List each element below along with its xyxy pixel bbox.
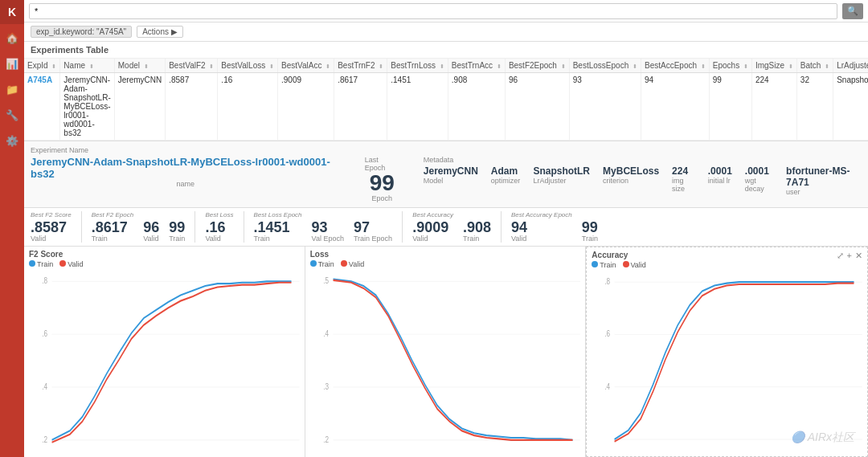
col-model[interactable]: Model ⬍ bbox=[114, 59, 165, 73]
col-bestlossepoch[interactable]: BestLossEpoch ⬍ bbox=[569, 59, 641, 73]
loss-epoch-97: 97 bbox=[354, 220, 392, 235]
col-besttrnf2[interactable]: BestTrnF2 ⬍ bbox=[334, 59, 387, 73]
chart-controls: ⤢ + ✕ bbox=[837, 251, 862, 261]
col-batch[interactable]: Batch ⬍ bbox=[796, 59, 833, 73]
acc-epoch-blank bbox=[582, 211, 598, 218]
f2-epoch-train-sub: Train bbox=[92, 235, 133, 243]
col-bestvalf2[interactable]: BestValF2 ⬍ bbox=[166, 59, 218, 73]
pin-icon[interactable]: + bbox=[847, 251, 852, 261]
svg-text:.6: .6 bbox=[605, 328, 611, 339]
meta-label: optimizer bbox=[491, 177, 521, 185]
sidebar-icon-settings[interactable]: ⚙️ bbox=[0, 129, 24, 153]
col-epochs[interactable]: Epochs ⬍ bbox=[709, 59, 751, 73]
metric-group-acc-epoch: Best Accuracy Epoch 94 Valid 99 Train bbox=[511, 211, 608, 243]
col-name[interactable]: Name ⬍ bbox=[60, 59, 114, 73]
table-cell: .908 bbox=[448, 73, 505, 141]
experiments-table-body: A745AJeremyCNN-Adam-SnapshotLR-MyBCELoss… bbox=[24, 73, 868, 141]
close-icon[interactable]: ✕ bbox=[855, 251, 862, 261]
loss-epoch-97-sub: Train Epoch bbox=[354, 235, 392, 243]
acc-valid-sub: Valid bbox=[412, 235, 453, 243]
col-besttrnloss[interactable]: BestTrnLoss ⬍ bbox=[387, 59, 448, 73]
col-imgsize[interactable]: ImgSize ⬍ bbox=[751, 59, 796, 73]
svg-text:.2: .2 bbox=[323, 434, 329, 444]
svg-text:.2: .2 bbox=[42, 434, 47, 444]
f2-epoch-99-sub: Train bbox=[169, 235, 185, 243]
expand-icon[interactable]: ⤢ bbox=[837, 251, 844, 261]
svg-text:.6: .6 bbox=[42, 328, 47, 339]
experiments-table-title: Experiments Table bbox=[24, 42, 868, 59]
table-cell: .16 bbox=[218, 73, 278, 141]
acc-epoch-99: 99 bbox=[582, 220, 598, 235]
table-row[interactable]: A745AJeremyCNN-Adam-SnapshotLR-MyBCELoss… bbox=[24, 73, 868, 141]
table-cell: 32 bbox=[796, 73, 833, 141]
table-cell: JeremyCNN bbox=[114, 73, 165, 141]
col-bestvalloss[interactable]: BestValLoss ⬍ bbox=[218, 59, 278, 73]
meta-label: img size bbox=[672, 177, 695, 193]
col-bestaccepoch[interactable]: BestAccEpoch ⬍ bbox=[641, 59, 709, 73]
col-bestf2epoch[interactable]: BestF2Epoch ⬍ bbox=[505, 59, 569, 73]
svg-text:.4: .4 bbox=[605, 381, 611, 391]
svg-text:.4: .4 bbox=[323, 328, 329, 339]
loss-epoch-blank2 bbox=[354, 211, 392, 218]
actions-button[interactable]: Actions ▶ bbox=[137, 26, 183, 38]
table-cell: SnapshotLR bbox=[833, 73, 868, 141]
acc-chart-svg: .8 .6 .4 bbox=[592, 271, 862, 453]
f2-chart-panel: F2 Score Train Valid .8 .6 .4 .2 bbox=[24, 247, 305, 457]
meta-label: initial lr bbox=[708, 177, 732, 185]
f2-valid-value: .8587 bbox=[31, 220, 72, 235]
metadata-item: bfortuner-MS-7A71user bbox=[786, 165, 862, 196]
loss-chart-area: .5 .4 .3 .2 bbox=[310, 270, 581, 454]
col-expid[interactable]: ExpId ⬍ bbox=[24, 59, 60, 73]
detail-exp-name: JeremyCNN-Adam-SnapshotLR-MyBCELoss-lr00… bbox=[31, 156, 341, 180]
acc-train-value: .908 bbox=[463, 220, 491, 235]
f2-chart-area: .8 .6 .4 .2 bbox=[29, 270, 300, 454]
metric-group-f2-epoch: Best F2 Epoch .8617 Train 96 Valid 99 Tr… bbox=[92, 211, 196, 243]
f2-chart-legend: Train Valid bbox=[29, 260, 300, 268]
svg-text:.8: .8 bbox=[42, 275, 47, 286]
meta-value: bfortuner-MS-7A71 bbox=[786, 165, 862, 188]
f2-train-label: Train bbox=[37, 260, 53, 268]
table-header-row: ExpId ⬍ Name ⬍ Model ⬍ BestValF2 ⬍ BestV… bbox=[24, 59, 868, 73]
sidebar-icon-home[interactable]: 🏠 bbox=[0, 26, 24, 50]
sidebar-icon-tools[interactable]: 🔧 bbox=[0, 103, 24, 127]
svg-text:.8: .8 bbox=[605, 276, 611, 287]
sidebar-icon-chart[interactable]: 📊 bbox=[0, 51, 24, 75]
main-content: 🔍 exp_id.keyword: "A745A" Actions ▶ Expe… bbox=[24, 0, 868, 457]
col-besttrnacc[interactable]: BestTrnAcc ⬍ bbox=[448, 59, 505, 73]
search-input[interactable] bbox=[29, 3, 837, 19]
col-bestvalvalacc[interactable]: BestValAcc ⬍ bbox=[277, 59, 334, 73]
f2-epoch-blank bbox=[143, 211, 159, 218]
table-cell: JeremyCNN-Adam-SnapshotLR-MyBCELoss-lr00… bbox=[60, 73, 114, 141]
loss-epoch-93-sub: Val Epoch bbox=[312, 235, 344, 243]
f2-epoch-title: Best F2 Epoch bbox=[92, 211, 133, 218]
metric-group-loss: Best Loss .16 Valid bbox=[205, 211, 244, 243]
table-cell: 94 bbox=[641, 73, 709, 141]
detail-label: Experiment Name bbox=[31, 146, 862, 154]
table-cell: A745A bbox=[24, 73, 60, 141]
svg-text:.4: .4 bbox=[42, 381, 47, 391]
meta-label: criterion bbox=[603, 177, 659, 185]
loss-valid-sub: Valid bbox=[205, 235, 233, 243]
acc-chart-title: Accuracy bbox=[592, 251, 628, 259]
loss-valid-dot bbox=[341, 260, 347, 267]
last-epoch-sub: Epoch bbox=[371, 194, 392, 202]
loss-train-value: .1451 bbox=[254, 220, 302, 235]
acc-blank bbox=[463, 211, 491, 218]
meta-value: MyBCELoss bbox=[603, 165, 659, 177]
sidebar: K 🏠 📊 📁 🔧 ⚙️ bbox=[0, 0, 24, 457]
table-cell: 99 bbox=[709, 73, 751, 141]
acc-valid-dot bbox=[623, 261, 629, 267]
metric-group-loss-epoch: Best Loss Epoch .1451 Train 93 Val Epoch… bbox=[254, 211, 403, 243]
loss-chart-title: Loss bbox=[310, 250, 329, 259]
meta-label: wgt decay bbox=[745, 177, 773, 193]
sidebar-icon-folder[interactable]: 📁 bbox=[0, 77, 24, 101]
metadata-item: .0001initial lr bbox=[708, 165, 732, 185]
table-cell: .8617 bbox=[334, 73, 387, 141]
metadata-item: Adamoptimizer bbox=[491, 165, 521, 185]
table-cell: .9009 bbox=[277, 73, 334, 141]
col-lradjuster[interactable]: LrAdjuster ⬍ bbox=[833, 59, 868, 73]
search-button[interactable]: 🔍 bbox=[842, 3, 863, 19]
f2-epoch-99-value: 99 bbox=[169, 220, 185, 235]
metadata-label: Metadata bbox=[424, 156, 862, 164]
loss-chart-svg: .5 .4 .3 .2 bbox=[310, 270, 581, 454]
